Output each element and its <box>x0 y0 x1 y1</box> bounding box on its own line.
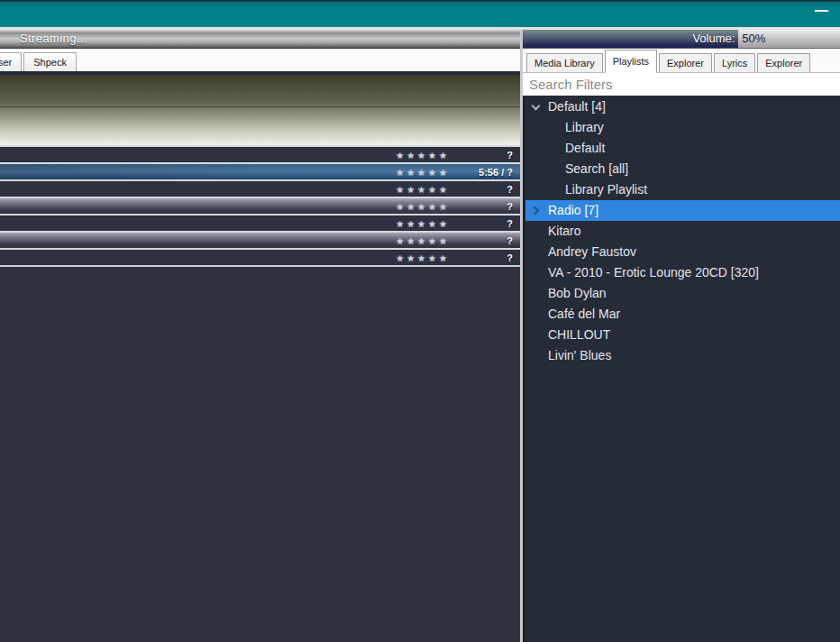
tab-label: Lyrics <box>722 58 747 69</box>
tab-label: Explorer <box>667 58 704 69</box>
right-panel-tab[interactable]: Explorer <box>757 53 810 72</box>
tree-item[interactable]: Search [all] <box>525 159 840 179</box>
tab-label: Shpeck <box>33 57 67 68</box>
star-rating[interactable]: ★★★★★ <box>396 201 450 211</box>
tree-item[interactable]: Kitaro <box>525 221 840 242</box>
playlist-row[interactable]: ★★★★★ ? <box>0 179 520 197</box>
search-filters-input[interactable] <box>523 77 840 92</box>
right-panel: Volume: 50% Media Library Playlists Expl… <box>523 30 840 642</box>
search-filters-row <box>523 73 840 96</box>
tree-item[interactable]: Andrey Faustov <box>525 242 840 262</box>
chevron-right-icon[interactable] <box>531 206 540 216</box>
tree-item[interactable]: CHILLOUT <box>525 325 840 345</box>
tab-label: Playlists <box>613 56 649 67</box>
playlist-row[interactable]: ★★★★★ ? <box>0 248 520 265</box>
right-tab-bar: Media Library Playlists Explorer Lyrics … <box>523 49 840 73</box>
playlist-row[interactable]: ★★★★★ ? <box>0 145 520 162</box>
star-rating[interactable]: ★★★★★ <box>396 235 450 245</box>
tree-item[interactable]: Bob Dylan <box>525 283 840 304</box>
tree-item-label: Default [4] <box>548 99 606 114</box>
tree-item[interactable]: Library Playlist <box>525 179 840 200</box>
duration-label: ? <box>507 235 513 246</box>
tree-item[interactable]: Default [4] <box>525 96 840 117</box>
duration-label: ? <box>507 150 513 160</box>
group-header-divider <box>0 106 520 107</box>
tree-item-label: CHILLOUT <box>548 327 610 342</box>
star-rating[interactable]: ★★★★★ <box>396 252 450 262</box>
playlist-group-header <box>0 75 520 145</box>
tree-item[interactable]: VA - 2010 - Erotic Lounge 20CD [320] <box>525 262 840 283</box>
playlist-rows: ★★★★★ ? ★★★★★ 5:56 / ? ★★★★★ ? ★★★★★ ? <box>0 145 520 265</box>
playlist-row[interactable]: ★★★★★ 5:56 / ? <box>0 162 520 179</box>
tree-item-label: Default <box>565 141 605 155</box>
duration-label: ? <box>507 184 513 195</box>
playlist-row[interactable]: ★★★★★ ? <box>0 197 520 214</box>
duration-label: ? <box>507 218 513 229</box>
tree-item-label: VA - 2010 - Erotic Lounge 20CD [320] <box>548 265 759 280</box>
tree-item-label: Andrey Faustov <box>548 244 636 259</box>
left-panel: Streaming... ser Shpeck ★★★★★ ? <box>0 30 520 642</box>
tree-item-label: Livin' Blues <box>548 348 611 362</box>
playlist-row[interactable]: ★★★★★ ? <box>0 231 520 248</box>
tree-item[interactable]: Café del Mar <box>525 304 840 325</box>
volume-value: 50% <box>742 30 765 48</box>
duration-label: ? <box>507 252 513 263</box>
app-window: Streaming... ser Shpeck ★★★★★ ? <box>0 0 840 642</box>
tree-item-label: Bob Dylan <box>548 286 607 300</box>
streaming-status-text: Streaming... <box>20 30 87 48</box>
star-rating[interactable]: ★★★★★ <box>396 184 450 194</box>
tree-item-label: Radio [7] <box>548 203 598 217</box>
playlists-tree: Default [4] Library Default S <box>523 96 840 642</box>
volume-label: Volume: <box>692 30 735 48</box>
right-panel-tab[interactable]: Explorer <box>659 53 712 72</box>
tab-label: ser <box>0 57 12 68</box>
tree-item[interactable]: Radio [7] <box>525 200 840 221</box>
left-panel-tab[interactable]: ser <box>0 52 22 71</box>
tree-item-label: Library Playlist <box>565 182 647 197</box>
title-bar[interactable] <box>0 0 840 27</box>
star-rating[interactable]: ★★★★★ <box>396 150 450 160</box>
playlist-row[interactable]: ★★★★★ ? <box>0 214 520 231</box>
tree-item[interactable]: Library <box>525 117 840 138</box>
right-panel-tab[interactable]: Media Library <box>526 53 603 72</box>
star-rating[interactable]: ★★★★★ <box>396 218 450 228</box>
minimize-icon[interactable] <box>815 10 828 12</box>
tree-item-label: Library <box>565 120 604 134</box>
right-panel-tab[interactable]: Lyrics <box>714 53 755 72</box>
left-panel-tab[interactable]: Shpeck <box>23 52 77 71</box>
left-tab-bar: ser Shpeck <box>0 49 520 75</box>
streaming-status-bar[interactable]: Streaming... <box>0 30 520 49</box>
tree-item-label: Kitaro <box>548 224 581 238</box>
tree-item[interactable]: Livin' Blues <box>525 345 840 366</box>
right-panel-tab[interactable]: Playlists <box>605 50 657 73</box>
volume-slider[interactable]: Volume: 50% <box>523 30 840 49</box>
duration-label: ? <box>507 201 513 212</box>
duration-label: 5:56 / ? <box>479 167 513 178</box>
tab-label: Explorer <box>765 58 802 69</box>
star-rating[interactable]: ★★★★★ <box>396 167 450 177</box>
tree-item-label: Search [all] <box>565 161 628 176</box>
tree-item[interactable]: Default <box>525 138 840 159</box>
tab-label: Media Library <box>534 58 595 69</box>
tree-item-label: Café del Mar <box>548 307 620 321</box>
playlist-empty-area <box>0 265 520 642</box>
chevron-down-icon[interactable] <box>532 102 541 111</box>
